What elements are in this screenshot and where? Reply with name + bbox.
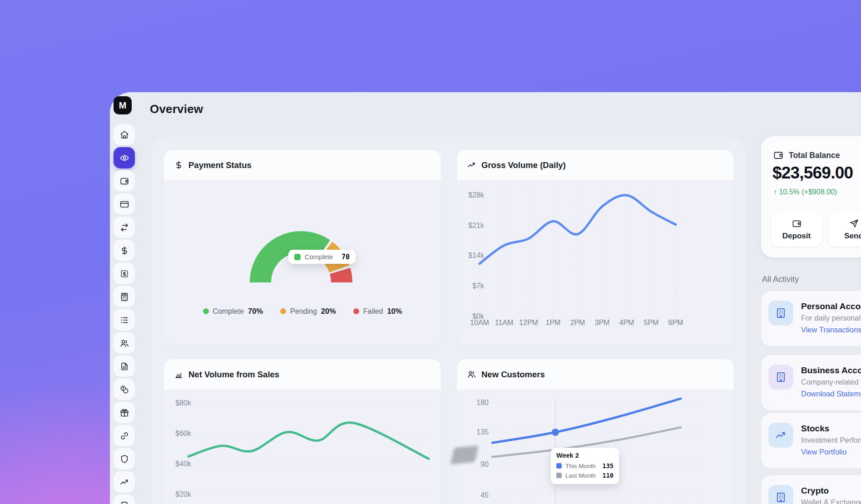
sidebar-item-payments[interactable] <box>114 240 135 261</box>
sidebar-item-invoices[interactable] <box>114 263 135 284</box>
sidebar-item-overview[interactable] <box>114 147 135 168</box>
gift-icon <box>119 408 129 418</box>
sidebar-item-transfers[interactable] <box>114 217 135 238</box>
tooltip-row-last-month: Last Month 110 <box>556 472 614 479</box>
coins-icon <box>119 385 129 395</box>
axis-tick-label: 1PM <box>546 319 561 327</box>
axis-tick-label: $40k <box>170 460 191 468</box>
total-balance-label: Total Balance <box>789 151 840 160</box>
view-transactions-link[interactable]: View Transactions <box>801 326 861 334</box>
invoice-icon <box>119 269 129 279</box>
total-balance-change: ↑ 10.5% (+$908.00) <box>773 188 837 196</box>
this-month-swatch <box>556 463 562 469</box>
device-icon <box>119 500 129 504</box>
sidebar-item-analytics[interactable] <box>114 471 135 493</box>
sidebar-item-wallet[interactable] <box>114 170 135 192</box>
sidebar-item-rewards[interactable] <box>114 402 135 423</box>
download-statements-link[interactable]: Download Statements <box>801 390 861 398</box>
highlighted-data-point <box>552 429 559 436</box>
card-title: Net Volume from Sales <box>188 370 279 380</box>
total-balance-amount: $23,569.00 <box>772 163 853 183</box>
wallet-icon <box>792 218 802 229</box>
activity-item-crypto[interactable]: Crypto Wallet & Exchange <box>761 475 861 504</box>
app-logo[interactable]: M <box>114 96 132 114</box>
axis-tick-label: $60k <box>170 430 191 438</box>
activity-item-personal-account[interactable]: Personal Account For daily personal spen… <box>761 291 861 346</box>
tooltip-title: Week 2 <box>556 452 614 459</box>
legend-item-failed: Failed 10% <box>353 307 402 316</box>
activity-item-stocks[interactable]: Stocks Investment Performance View Portf… <box>761 413 861 469</box>
axis-tick-label: 180 <box>468 399 489 407</box>
activity-item-business-account[interactable]: Business Account Company-related finance… <box>761 355 861 410</box>
view-portfolio-link[interactable]: View Portfolio <box>801 448 847 456</box>
axis-tick-label: 6PM <box>668 319 683 327</box>
dollar-icon <box>119 246 129 256</box>
axis-tick-label: 4PM <box>619 319 634 327</box>
sidebar-item-list[interactable] <box>114 309 135 331</box>
dollar-icon <box>174 160 183 170</box>
axis-tick-label: $21k <box>463 222 484 230</box>
tooltip-label: Complete <box>305 253 333 261</box>
net-volume-header: Net Volume from Sales <box>164 359 441 390</box>
legend-item-pending: Pending 20% <box>280 307 336 316</box>
axis-tick-label: 3PM <box>595 319 610 327</box>
axis-tick-label: $7k <box>463 282 484 290</box>
last-month-swatch <box>556 473 562 478</box>
new-customers-line-chart[interactable] <box>457 390 734 504</box>
axis-tick-label: 2PM <box>570 319 585 327</box>
eye-icon <box>119 153 129 163</box>
page-title: Overview <box>150 102 203 116</box>
deposit-button[interactable]: Deposit <box>771 212 822 247</box>
send-button[interactable]: Send <box>828 212 861 247</box>
complete-dot-icon <box>203 308 209 314</box>
wallet-icon <box>119 176 129 186</box>
axis-tick-label: $28k <box>463 191 484 199</box>
axis-tick-label: 11AM <box>495 319 514 327</box>
sidebar-item-customers[interactable] <box>114 332 135 354</box>
card-title: Payment Status <box>188 160 252 170</box>
total-balance-card: Total Balance $23,569.00 ↑ 10.5% (+$908.… <box>761 136 861 257</box>
trending-up-icon <box>467 160 476 170</box>
dashboard-screen: M Overview <box>0 0 861 504</box>
home-icon <box>119 130 129 140</box>
total-balance-header: Total Balance <box>773 150 840 161</box>
new-customers-card: New Customers 1801359045 Week 2 This Mon… <box>457 359 734 504</box>
legend-item-complete: Complete 70% <box>203 307 263 316</box>
wallet-icon <box>773 150 784 161</box>
payment-status-header: Payment Status <box>164 150 441 180</box>
payment-status-card: Payment Status Complete 70 Complete 70% <box>164 150 441 345</box>
transfer-arrows-icon <box>119 222 129 232</box>
document-icon <box>119 361 129 371</box>
shield-icon <box>119 454 129 464</box>
building-icon <box>768 485 793 504</box>
building-icon <box>768 301 793 326</box>
list-icon <box>119 315 129 325</box>
sidebar-item-home[interactable] <box>114 124 135 145</box>
tooltip-value: 70 <box>341 253 350 261</box>
net-volume-line-chart[interactable] <box>164 390 441 504</box>
axis-tick-label: $20k <box>170 490 191 499</box>
new-customers-header: New Customers <box>457 359 734 390</box>
sidebar-item-device[interactable] <box>114 494 135 504</box>
app-panel: M Overview <box>110 92 861 504</box>
net-volume-card: Net Volume from Sales $80k$60k$40k$20k <box>164 359 441 504</box>
week-tooltip: Week 2 This Month 135 Last Month 110 <box>551 448 619 484</box>
users-icon <box>119 338 129 348</box>
users-icon <box>467 370 476 379</box>
axis-tick-label: 12PM <box>519 319 538 327</box>
sidebar-item-links[interactable] <box>114 425 135 446</box>
gauge-legend: Complete 70% Pending 20% Failed 10% <box>164 307 441 316</box>
axis-tick-label: 10AM <box>470 319 489 327</box>
sidebar-item-documents[interactable] <box>114 356 135 377</box>
building-icon <box>768 365 793 390</box>
sidebar-item-coins[interactable] <box>114 379 135 400</box>
pending-dot-icon <box>280 308 286 314</box>
sidebar-item-security[interactable] <box>114 448 135 469</box>
bar-chart-icon <box>174 370 183 379</box>
tooltip-row-this-month: This Month 135 <box>556 462 614 469</box>
failed-dot-icon <box>353 308 359 314</box>
sidebar-item-cards[interactable] <box>114 193 135 215</box>
send-icon <box>849 218 859 229</box>
sidebar-item-calculator[interactable] <box>114 286 135 307</box>
link-icon <box>119 431 129 441</box>
